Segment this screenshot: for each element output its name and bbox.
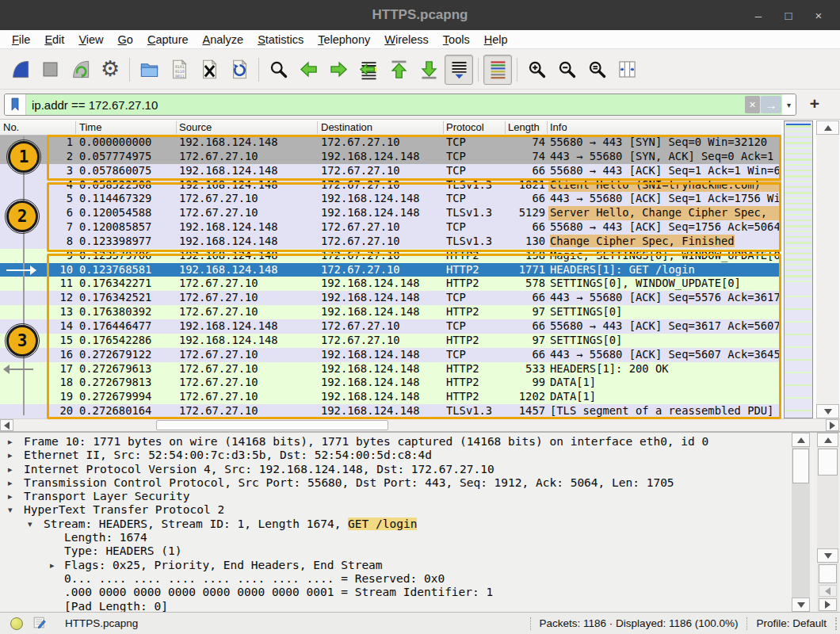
scroll-up-icon[interactable] [817, 433, 838, 447]
menu-view[interactable]: View [71, 32, 110, 48]
packet-row-8[interactable]: 80.123398977192.168.124.148172.67.27.10T… [0, 235, 781, 249]
detail-line[interactable]: ▾HyperText Transfer Protocol 2 [0, 503, 789, 517]
zoom-out-icon[interactable] [552, 55, 581, 85]
expert-info-icon[interactable] [10, 617, 23, 630]
packet-row-10[interactable]: 100.123768581192.168.124.148172.67.27.10… [0, 263, 781, 277]
auto-scroll-icon[interactable] [445, 55, 473, 85]
packet-list-hscrollbar[interactable] [0, 418, 840, 431]
expanded-arrow-icon[interactable]: ▾ [8, 503, 13, 517]
detail-line[interactable]: [Pad Length: 0] [0, 600, 789, 612]
collapsed-arrow-icon[interactable]: ▸ [8, 490, 13, 503]
filter-input[interactable]: ip.addr == 172.67.27.10 [26, 94, 743, 115]
packet-row-6[interactable]: 60.120054588172.67.27.10192.168.124.148T… [0, 206, 781, 220]
menu-file[interactable]: File [5, 32, 37, 48]
packet-row-3[interactable]: 30.057860075192.168.124.148172.67.27.10T… [0, 164, 781, 178]
collapsed-arrow-icon[interactable]: ▸ [8, 435, 13, 449]
menu-wireless[interactable]: Wireless [377, 32, 436, 48]
column-separator[interactable] [443, 121, 444, 134]
detail-line[interactable]: .000 0000 0000 0000 0000 0000 0000 0001 … [0, 586, 789, 599]
scroll-down-icon[interactable] [816, 404, 839, 418]
detail-line[interactable]: Type: HEADERS (1) [0, 544, 789, 558]
column-separator[interactable] [547, 121, 548, 134]
filter-bookmark-icon[interactable] [5, 94, 26, 115]
capture-options-icon[interactable]: ⚙ [96, 55, 124, 85]
close-file-icon[interactable] [195, 55, 223, 85]
packet-row-19[interactable]: 190.272679994172.67.27.10192.168.124.148… [0, 390, 781, 404]
column-header-info[interactable]: Info [550, 121, 567, 133]
detail-line[interactable]: ▸Ethernet II, Src: 52:54:00:7c:d3:5b, Ds… [0, 449, 789, 462]
resize-grip[interactable] [831, 617, 837, 630]
capture-comment-icon[interactable] [32, 616, 46, 632]
detail-line[interactable]: ▸Internet Protocol Version 4, Src: 192.1… [0, 463, 789, 476]
collapsed-arrow-icon[interactable]: ▸ [8, 463, 13, 476]
packet-list-vscrollbar[interactable] [816, 120, 839, 418]
minimize-icon[interactable]: – [743, 0, 773, 30]
expanded-arrow-icon[interactable]: ▾ [28, 518, 32, 531]
display-filter-field[interactable]: ip.addr == 172.67.27.10 × → ▾ [4, 94, 796, 116]
scroll-left-icon[interactable] [819, 585, 837, 597]
menu-go[interactable]: Go [111, 32, 140, 48]
menu-telephony[interactable]: Telephony [311, 32, 377, 48]
packet-row-15[interactable]: 150.176542286192.168.124.148172.67.27.10… [0, 334, 781, 348]
scroll-left-icon[interactable] [0, 419, 13, 431]
scroll-right-icon[interactable] [819, 598, 837, 611]
packet-row-18[interactable]: 180.272679813172.67.27.10192.168.124.148… [0, 376, 781, 390]
stop-capture-icon[interactable] [36, 55, 64, 85]
packet-row-9[interactable]: 90.123579706192.168.124.148172.67.27.10H… [0, 249, 781, 263]
outer-vscrollbar[interactable] [817, 433, 838, 612]
packet-row-4[interactable]: 40.058522508192.168.124.148172.67.27.10T… [0, 178, 781, 193]
go-first-icon[interactable] [384, 55, 413, 85]
column-separator[interactable] [176, 121, 177, 134]
colorize-icon[interactable] [483, 55, 512, 85]
detail-line[interactable]: ▾Stream: HEADERS, Stream ID: 1, Length 1… [0, 518, 789, 531]
packet-row-11[interactable]: 110.176342271172.67.27.10192.168.124.148… [0, 277, 781, 291]
column-separator[interactable] [75, 121, 76, 134]
reload-file-icon[interactable] [225, 55, 254, 85]
menu-analyze[interactable]: Analyze [196, 32, 251, 48]
collapsed-arrow-icon[interactable]: ▸ [8, 449, 13, 462]
scroll-up-icon[interactable] [816, 120, 839, 135]
packet-row-1[interactable]: 10.000000000192.168.124.148172.67.27.10T… [0, 136, 781, 150]
column-header-no[interactable]: No. [3, 121, 19, 133]
details-scroll-thumb[interactable] [792, 449, 809, 483]
detail-line[interactable]: ▸Transport Layer Security [0, 490, 789, 503]
resize-columns-icon[interactable] [613, 55, 641, 85]
intelligent-scrollbar[interactable] [784, 120, 813, 418]
detail-line[interactable]: ▸Flags: 0x25, Priority, End Headers, End… [0, 559, 789, 572]
detail-line[interactable]: ▸Frame 10: 1771 bytes on wire (14168 bit… [0, 435, 789, 449]
zoom-in-icon[interactable] [522, 55, 551, 85]
menu-edit[interactable]: Edit [37, 32, 71, 48]
start-capture-icon[interactable] [6, 55, 34, 85]
packet-row-13[interactable]: 130.176380392172.67.27.10192.168.124.148… [0, 305, 781, 319]
go-last-icon[interactable] [414, 55, 443, 85]
filter-apply-icon[interactable]: → [761, 96, 781, 113]
outer-scroll-thumb[interactable] [818, 449, 838, 476]
packet-row-16[interactable]: 160.272679122172.67.27.10192.168.124.148… [0, 348, 781, 362]
find-packet-icon[interactable] [264, 55, 292, 85]
column-separator[interactable] [505, 121, 506, 134]
menu-statistics[interactable]: Statistics [250, 32, 311, 48]
column-separator[interactable] [317, 121, 318, 134]
filter-clear-icon[interactable]: × [745, 96, 760, 113]
packet-row-7[interactable]: 70.120085857192.168.124.148172.67.27.10T… [0, 220, 781, 235]
detail-line[interactable]: 0... .... .... .... .... .... .... .... … [0, 572, 789, 586]
menu-tools[interactable]: Tools [436, 32, 477, 48]
open-file-icon[interactable] [135, 55, 163, 85]
packet-row-14[interactable]: 140.176446477192.168.124.148172.67.27.10… [0, 319, 781, 334]
scroll-up-icon[interactable] [792, 433, 810, 447]
detail-line[interactable]: Length: 1674 [0, 531, 789, 544]
zoom-original-icon[interactable] [582, 55, 611, 85]
packet-row-5[interactable]: 50.114467329172.67.27.10192.168.124.148T… [0, 192, 781, 206]
maximize-icon[interactable]: □ [773, 0, 804, 30]
go-forward-icon[interactable] [324, 55, 353, 85]
save-file-icon[interactable]: 010101100011 [165, 55, 193, 85]
hscroll-thumb[interactable] [156, 420, 388, 430]
restart-capture-icon[interactable] [66, 55, 94, 85]
collapsed-arrow-icon[interactable]: ▸ [50, 559, 55, 572]
filter-dropdown-icon[interactable]: ▾ [782, 94, 796, 115]
packet-row-20[interactable]: 200.272680164172.67.27.10192.168.124.148… [0, 404, 781, 418]
menu-capture[interactable]: Capture [140, 32, 196, 48]
details-vscrollbar[interactable] [792, 433, 810, 612]
column-header-time[interactable]: Time [79, 121, 101, 133]
column-header-source[interactable]: Source [179, 121, 212, 133]
